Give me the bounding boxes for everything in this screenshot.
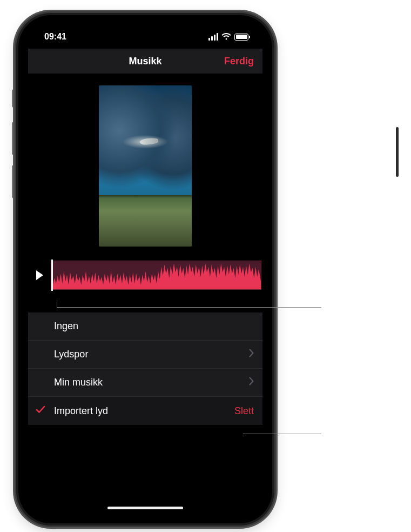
video-thumbnail[interactable] (99, 85, 192, 247)
chevron-right-icon (249, 349, 254, 360)
home-indicator[interactable] (107, 507, 183, 509)
cellular-signal-icon (208, 33, 218, 41)
page-title: Musikk (129, 56, 161, 67)
option-none[interactable]: Ingen (28, 312, 262, 341)
status-bar: 09:41 (28, 25, 262, 49)
delete-button[interactable]: Slett (234, 405, 254, 417)
waveform-icon (51, 261, 261, 289)
status-time: 09:41 (44, 32, 66, 42)
music-source-list: Ingen Lydspor Min musikk (28, 312, 262, 425)
playhead[interactable] (51, 260, 53, 291)
battery-icon (234, 34, 248, 41)
option-label: Importert lyd (54, 405, 234, 417)
chevron-right-icon (249, 377, 254, 388)
checkmark-icon (36, 405, 45, 417)
option-my-music[interactable]: Min musikk (28, 369, 262, 397)
audio-timeline (28, 261, 262, 290)
done-button[interactable]: Ferdig (224, 56, 254, 67)
waveform-track[interactable] (51, 261, 261, 290)
nav-header: Musikk Ferdig (28, 49, 262, 74)
play-icon (36, 270, 43, 280)
option-label: Lydspor (54, 349, 249, 360)
option-label: Ingen (54, 321, 254, 332)
video-preview-area (28, 74, 262, 261)
wifi-icon (221, 33, 231, 41)
play-button[interactable] (28, 261, 51, 290)
callout-connector (57, 302, 57, 307)
callout-connector (243, 434, 321, 434)
option-soundtracks[interactable]: Lydspor (28, 341, 262, 369)
option-imported-audio[interactable]: Importert lyd Slett (28, 397, 262, 425)
option-label: Min musikk (54, 377, 249, 388)
callout-connector (57, 307, 321, 308)
